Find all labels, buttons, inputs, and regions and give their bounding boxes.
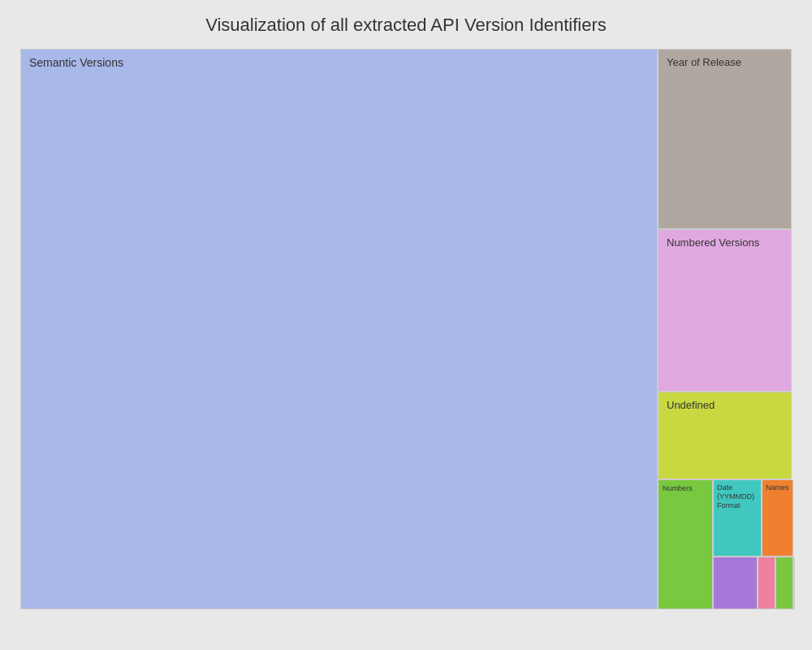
date-format-block: Date (YYMMDD) Format — [713, 479, 762, 557]
pink-small-block — [758, 557, 775, 609]
green-small-block — [775, 557, 793, 609]
semantic-versions-label: Semantic Versions — [29, 56, 123, 69]
numbered-versions-block: Numbered Versions — [658, 229, 792, 392]
numbers-label: Numbers — [663, 484, 693, 493]
year-of-release-block: Year of Release — [658, 49, 792, 229]
bottom-row: Numbers Date (YYMMDD) Format Names — [658, 479, 792, 609]
top-small-row: Date (YYMMDD) Format Names — [713, 479, 792, 557]
numbers-block: Numbers — [658, 479, 713, 609]
left-panel: Semantic Versions — [20, 49, 658, 609]
right-panel: Year of Release Numbered Versions Undefi… — [658, 49, 792, 609]
year-of-release-label: Year of Release — [667, 56, 741, 68]
undefined-block: Undefined — [658, 392, 792, 479]
treemap: Semantic Versions Year of Release Number… — [20, 49, 792, 609]
names-block: Names — [762, 479, 793, 557]
yellow-small-block — [793, 557, 795, 609]
names-label: Names — [766, 483, 789, 492]
numbered-versions-label: Numbered Versions — [667, 236, 759, 249]
bottom-small-row — [713, 557, 792, 609]
page-title: Visualization of all extracted API Versi… — [205, 15, 607, 36]
date-format-label: Date (YYMMDD) Format — [717, 483, 758, 509]
right-small-panel: Date (YYMMDD) Format Names — [713, 479, 792, 609]
purple-small-block — [713, 557, 758, 609]
undefined-label: Undefined — [667, 399, 715, 411]
semantic-versions-block: Semantic Versions — [20, 49, 658, 609]
